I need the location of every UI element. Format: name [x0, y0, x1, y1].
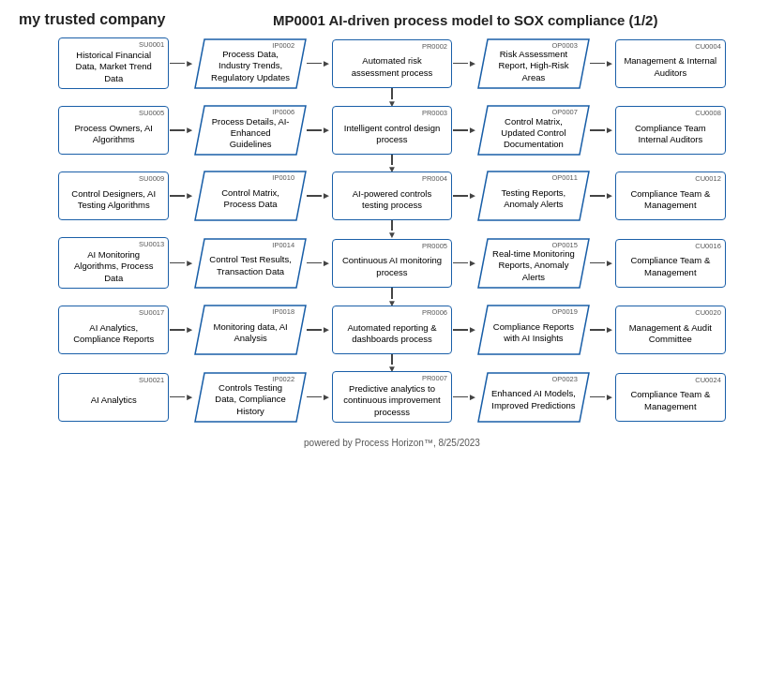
box-ip0002: IP0002Process Data, Industry Trends, Reg… — [195, 39, 306, 88]
box-ip0022: IP0022Controls Testing Data, Compliance … — [195, 373, 306, 422]
box-su0009: SU0009Control Designers, AI Testing Algo… — [58, 172, 169, 220]
box-op0015: OP0015Real-time Monitoring Reports, Anom… — [478, 239, 589, 288]
arrow-horizontal: ► — [170, 126, 194, 135]
arrow-horizontal: ► — [307, 325, 331, 335]
process-row-1: SU0005Process Owners, AI Algorithms►IP00… — [9, 106, 775, 155]
footer: powered by Process Horizon™, 8/25/2023 — [0, 438, 784, 455]
box-pr0007: PR0007Predictive analytics to continuous… — [332, 371, 452, 423]
arrow-horizontal: ► — [590, 191, 614, 201]
arrow-horizontal: ► — [307, 59, 331, 68]
box-op0003: OP0003Risk Assessment Report, High-Risk … — [478, 39, 589, 88]
box-op0007: OP0007Control Matrix, Updated Control Do… — [478, 106, 589, 155]
box-ip0014: IP0014Control Test Results, Transaction … — [195, 239, 306, 288]
box-su0005: SU0005Process Owners, AI Algorithms — [58, 106, 169, 155]
arrow-horizontal: ► — [170, 191, 194, 201]
arrow-horizontal: ► — [307, 126, 331, 135]
box-ip0006: IP0006Process Details, AI-Enhanced Guide… — [195, 106, 306, 155]
process-row-5: SU0021AI Analytics►IP0022Controls Testin… — [9, 371, 775, 423]
box-cu0020: CU0020Management & Audit Committee — [615, 306, 726, 354]
diagram-area: SU0001Historical Financial Data, Market … — [0, 34, 784, 432]
box-op0011: OP0011Testing Reports, Anomaly Alerts — [478, 172, 589, 220]
box-cu0024: CU0024Compliance Team & Management — [615, 373, 726, 422]
arrow-horizontal: ► — [453, 325, 477, 335]
box-pr0004: PR0004AI-powered controls testing proces… — [332, 172, 452, 220]
arrow-horizontal: ► — [453, 59, 477, 68]
box-su0017: SU0017AI Analytics, Compliance Reports — [58, 306, 169, 354]
box-su0021: SU0021AI Analytics — [58, 373, 169, 422]
box-ip0018: IP0018Monitoring data, AI Analysis — [195, 306, 306, 354]
arrow-horizontal: ► — [170, 259, 194, 268]
box-su0001: SU0001Historical Financial Data, Market … — [58, 37, 169, 89]
box-pr0006: PR0006Automated reporting & dashboards p… — [332, 306, 452, 354]
arrow-horizontal: ► — [590, 259, 614, 268]
model-title: MP0001 AI-driven process model to SOX co… — [165, 12, 765, 28]
process-row-0: SU0001Historical Financial Data, Market … — [9, 37, 775, 89]
arrow-horizontal: ► — [307, 191, 331, 201]
arrow-down-4: ▼ — [9, 354, 775, 371]
box-op0019: OP0019Compliance Reports with AI Insight… — [478, 306, 589, 354]
arrow-horizontal: ► — [453, 259, 477, 268]
box-pr0002: PR0002Automated risk assessment process — [332, 39, 452, 88]
arrow-horizontal: ► — [453, 191, 477, 201]
arrow-down-1: ▼ — [9, 155, 775, 172]
box-cu0012: CU0012Compliance Team & Management — [615, 172, 726, 220]
arrow-down-0: ▼ — [9, 89, 775, 106]
arrow-horizontal: ► — [590, 325, 614, 335]
arrow-horizontal: ► — [170, 59, 194, 68]
process-row-3: SU0013AI Monitoring Algorithms, Process … — [9, 237, 775, 289]
arrow-horizontal: ► — [307, 393, 331, 402]
arrow-horizontal: ► — [590, 393, 614, 402]
process-row-4: SU0017AI Analytics, Compliance Reports►I… — [9, 306, 775, 354]
box-cu0004: CU0004Management & Internal Auditors — [615, 39, 726, 88]
box-su0013: SU0013AI Monitoring Algorithms, Process … — [58, 237, 169, 289]
box-cu0016: CU0016Compliance Team & Management — [615, 239, 726, 288]
arrow-horizontal: ► — [307, 259, 331, 268]
arrow-down-2: ▼ — [9, 220, 775, 237]
company-name: my trusted company — [19, 11, 165, 28]
box-op0023: OP0023Enhanced AI Models, Improved Predi… — [478, 373, 589, 422]
arrow-horizontal: ► — [170, 325, 194, 335]
arrow-horizontal: ► — [590, 126, 614, 135]
arrow-down-3: ▼ — [9, 289, 775, 306]
box-cu0008: CU0008Compliance Team Internal Auditors — [615, 106, 726, 155]
arrow-horizontal: ► — [453, 126, 477, 135]
box-ip0010: IP0010Control Matrix, Process Data — [195, 172, 306, 220]
arrow-horizontal: ► — [170, 393, 194, 402]
arrow-horizontal: ► — [453, 393, 477, 402]
process-row-2: SU0009Control Designers, AI Testing Algo… — [9, 172, 775, 220]
box-pr0003: PR0003Intelligent control design process — [332, 106, 452, 155]
box-pr0005: PR0005Continuous AI monitoring process — [332, 239, 452, 288]
arrow-horizontal: ► — [590, 59, 614, 68]
header: my trusted company MP0001 AI-driven proc… — [0, 0, 784, 34]
